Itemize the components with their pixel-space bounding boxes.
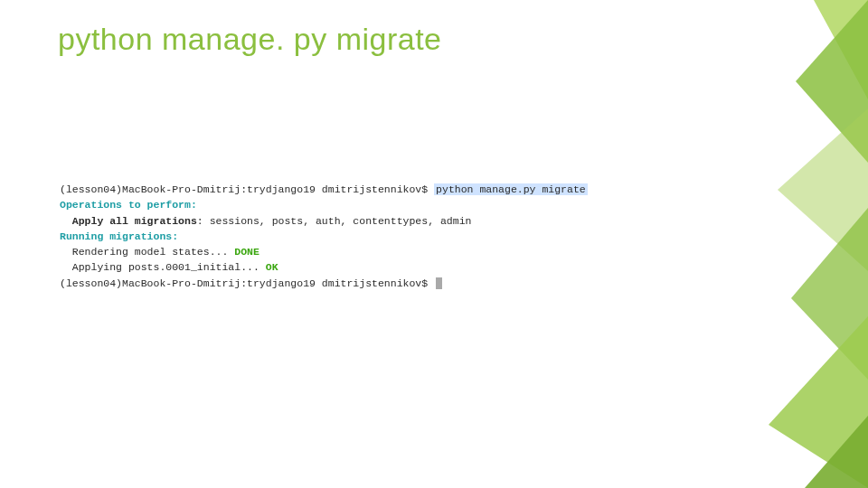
prompt2-prefix: (lesson04)MacBook-Pro-Dmitrij:trydjango1… — [60, 277, 434, 289]
terminal-line-rendering: Rendering model states... DONE — [60, 244, 783, 259]
terminal-output: (lesson04)MacBook-Pro-Dmitrij:trydjango1… — [60, 182, 783, 291]
applying-prefix: Applying posts.0001_initial... — [60, 261, 266, 273]
prompt1-prefix: (lesson04)MacBook-Pro-Dmitrij:trydjango1… — [60, 183, 434, 195]
apply-all-list: : sessions, posts, auth, contenttypes, a… — [197, 215, 472, 227]
rendering-prefix: Rendering model states... — [60, 246, 234, 258]
apply-all-label: Apply all migrations — [60, 215, 197, 227]
slide-body: python manage. py migrate (lesson04)MacB… — [0, 0, 868, 488]
terminal-line-prompt1: (lesson04)MacBook-Pro-Dmitrij:trydjango1… — [60, 182, 783, 197]
terminal-line-applying: Applying posts.0001_initial... OK — [60, 259, 783, 275]
applying-status: OK — [266, 261, 278, 273]
cursor-icon — [436, 277, 442, 289]
terminal-line-apply-all: Apply all migrations: sessions, posts, a… — [60, 213, 783, 229]
terminal-line-prompt2: (lesson04)MacBook-Pro-Dmitrij:trydjango1… — [60, 276, 783, 291]
terminal-line-running-header: Running migrations: — [60, 229, 783, 244]
rendering-status: DONE — [234, 246, 259, 258]
slide-title: python manage. py migrate — [58, 22, 832, 57]
terminal-line-operations-header: Operations to perform: — [60, 197, 783, 212]
prompt1-command: python manage.py migrate — [434, 183, 588, 195]
